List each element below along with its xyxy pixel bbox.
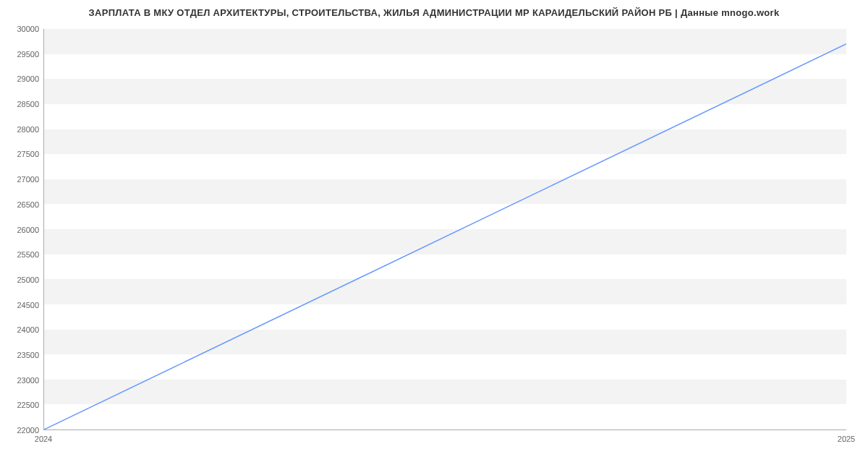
salary-line: [44, 44, 846, 430]
y-tick-label: 22000: [17, 426, 39, 435]
y-tick-label: 24000: [17, 325, 39, 334]
chart-title: ЗАРПЛАТА В МКУ ОТДЕЛ АРХИТЕКТУРЫ, СТРОИТ…: [0, 0, 868, 18]
line-svg: [44, 29, 846, 430]
y-tick-label: 26000: [17, 226, 39, 234]
y-tick-label: 23500: [17, 351, 39, 359]
y-tick-label: 26500: [17, 200, 39, 209]
y-tick-label: 28000: [17, 125, 39, 134]
y-tick-label: 30000: [17, 25, 39, 33]
y-tick-label: 27000: [17, 175, 39, 184]
x-tick-label: 2024: [35, 435, 52, 443]
y-tick-label: 22500: [17, 401, 39, 409]
y-tick-label: 27500: [17, 150, 39, 158]
y-tick-label: 25500: [17, 250, 39, 259]
y-tick-label: 29500: [17, 50, 39, 59]
y-tick-label: 23000: [17, 376, 39, 385]
y-tick-label: 25000: [17, 275, 39, 284]
plot-area: [43, 29, 846, 430]
y-tick-label: 29000: [17, 74, 39, 83]
y-tick-label: 24500: [17, 301, 39, 309]
chart-container: 2200022500230002350024000245002500025500…: [43, 29, 846, 430]
y-tick-label: 28500: [17, 100, 39, 108]
x-tick-label: 2025: [838, 435, 855, 443]
